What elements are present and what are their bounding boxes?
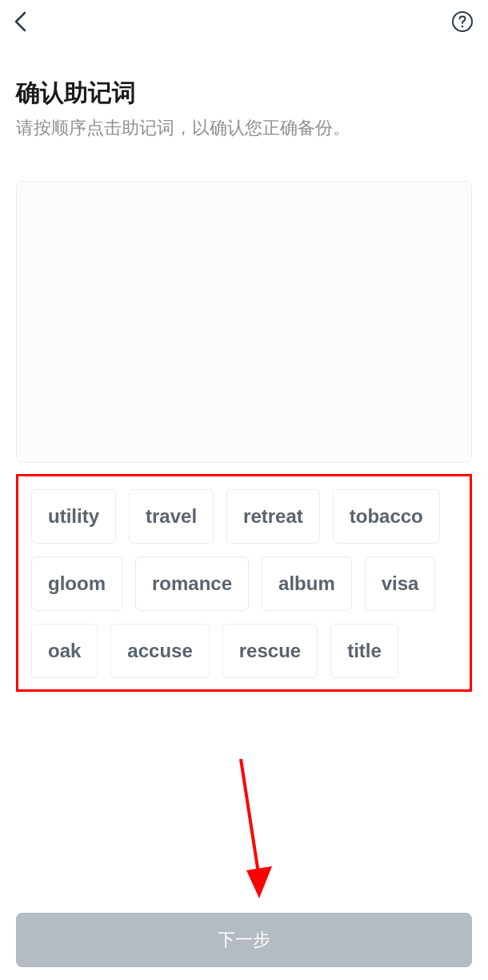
word-grid-highlight: utility travel retreat tobacco gloom rom… — [16, 474, 472, 692]
word-chip[interactable]: gloom — [31, 556, 122, 611]
word-chip[interactable]: accuse — [110, 624, 209, 678]
help-icon — [451, 10, 474, 33]
word-chip[interactable]: retreat — [226, 489, 320, 544]
back-button[interactable] — [6, 7, 35, 36]
word-chip[interactable]: album — [262, 556, 352, 611]
word-chip[interactable]: rescue — [222, 624, 318, 678]
word-chip[interactable]: romance — [135, 556, 249, 611]
selected-words-area[interactable] — [16, 181, 472, 463]
chevron-left-icon — [12, 10, 30, 33]
word-chip[interactable]: tobacco — [333, 489, 440, 544]
svg-marker-3 — [246, 866, 272, 898]
svg-point-1 — [462, 26, 464, 28]
word-chip[interactable]: oak — [31, 624, 98, 678]
next-button[interactable]: 下一步 — [16, 913, 472, 967]
page-title: 确认助记词 — [16, 77, 472, 110]
next-button-label: 下一步 — [218, 928, 270, 952]
word-chip[interactable]: travel — [129, 489, 214, 544]
word-chip[interactable]: title — [330, 624, 398, 678]
help-button[interactable] — [448, 7, 477, 36]
page-subtitle: 请按顺序点击助记词，以确认您正确备份。 — [16, 116, 472, 141]
svg-line-2 — [241, 759, 259, 878]
word-chip[interactable]: visa — [365, 556, 436, 611]
word-chip[interactable]: utility — [31, 489, 116, 544]
arrow-annotation-icon — [232, 754, 280, 906]
